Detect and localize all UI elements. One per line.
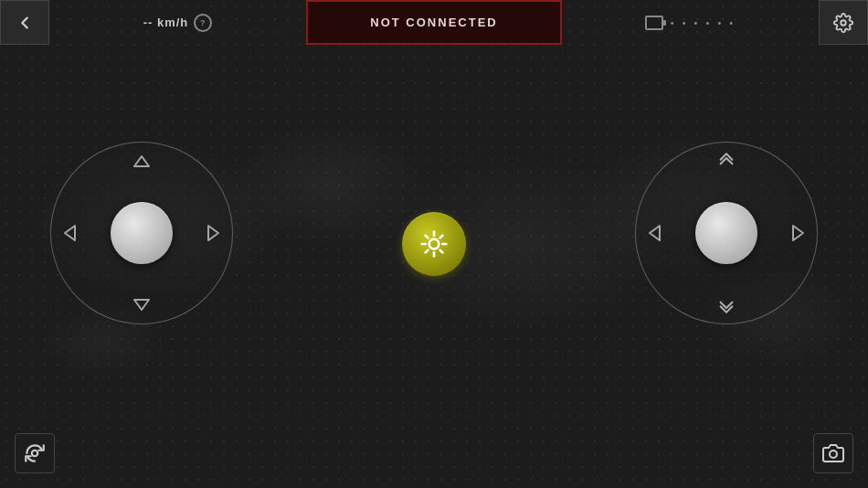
joystick-left-knob[interactable] [111, 202, 173, 264]
joystick-right-inner [635, 142, 818, 324]
joystick-right-down[interactable] [716, 299, 736, 319]
joystick-left-right[interactable] [200, 220, 226, 246]
camera-button[interactable] [813, 433, 853, 473]
svg-line-8 [426, 250, 429, 253]
joystick-right-knob[interactable] [695, 202, 757, 264]
speed-value: -- km/h [143, 16, 189, 29]
joystick-left-up[interactable] [129, 149, 154, 175]
joystick-right-up[interactable] [716, 147, 736, 167]
svg-line-7 [440, 236, 443, 239]
svg-line-6 [440, 250, 443, 253]
status-dots: • • • • • • [671, 17, 736, 28]
joystick-left-down[interactable] [129, 292, 154, 317]
joystick-right-left[interactable] [642, 220, 668, 246]
joystick-right[interactable] [635, 142, 818, 324]
svg-point-0 [429, 239, 439, 249]
speed-icon[interactable]: ? [194, 14, 212, 32]
speed-section: -- km/h ? [49, 14, 306, 32]
back-button[interactable] [0, 0, 49, 45]
status-section: • • • • • • [562, 16, 819, 30]
joystick-left[interactable] [50, 142, 233, 324]
not-connected-button[interactable]: NOT CONNECTED [306, 0, 562, 45]
svg-line-5 [426, 236, 429, 239]
joystick-left-inner [50, 142, 233, 324]
not-connected-label: NOT CONNECTED [370, 16, 497, 29]
joystick-right-right[interactable] [785, 220, 810, 246]
joystick-left-left[interactable] [58, 220, 83, 246]
svg-point-9 [32, 451, 38, 457]
reset-button[interactable] [15, 433, 55, 473]
header-bar: -- km/h ? NOT CONNECTED • • • • • • [0, 0, 868, 45]
settings-button[interactable] [819, 0, 868, 45]
battery-icon [645, 16, 663, 30]
light-button[interactable] [402, 212, 466, 276]
svg-point-10 [830, 451, 837, 458]
